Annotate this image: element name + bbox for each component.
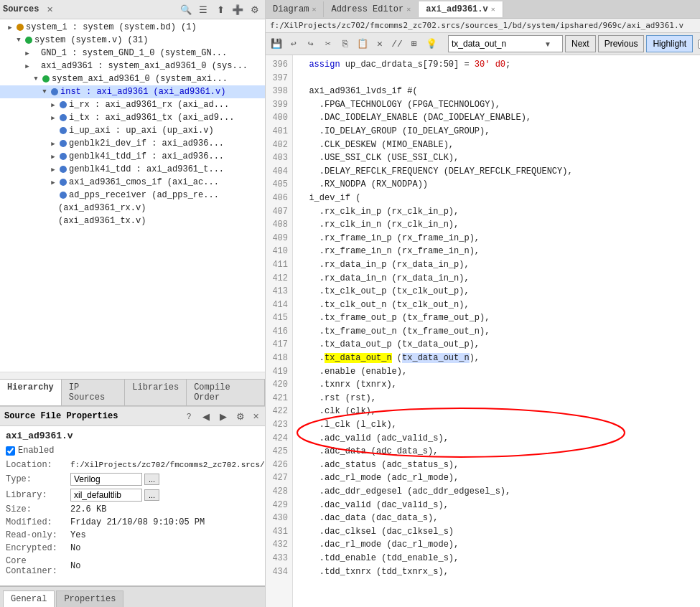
save-icon[interactable]: 💾 [269, 36, 284, 52]
tree-item-i-tx[interactable]: ▶ i_tx : axi_ad9361_tx (axi_ad9... [0, 111, 265, 124]
tree-item-label: system_axi_ad9361_0 (system_axi... [52, 74, 228, 84]
sfp-library-label: Library: [6, 490, 70, 500]
tab-axi-file-label: axi_ad9361.v [426, 4, 487, 14]
triangle-icon: ▼ [40, 88, 49, 96]
tree-item-axi-ad9361-top[interactable]: ▶ axi_ad9361 : system_axi_ad9361_0 (sys.… [0, 60, 265, 72]
sfp-library-input[interactable] [70, 489, 142, 502]
triangle-icon: ▶ [49, 178, 57, 187]
tree-item-label: i_up_axi : up_axi (up_axi.v) [69, 126, 214, 136]
code-content[interactable]: assign up_dac_drdata_s[79:50] = 30' d0; … [293, 55, 700, 607]
sfp-close-btn[interactable]: ✕ [251, 411, 261, 421]
sfp-next-btn[interactable]: ▶ [216, 409, 230, 423]
sfp-type-input[interactable] [70, 473, 142, 486]
file-tabs: Diagram ✕ Address Editor ✕ axi_ad9361.v … [266, 0, 700, 19]
sfp-settings-btn[interactable]: ⚙ [233, 409, 248, 423]
sfp-modified-value: Friday 21/10/08 9:10:05 PM [70, 517, 205, 527]
sfp-help-btn[interactable]: ? [182, 409, 196, 423]
tree-item-label: genblk2i_dev_if : axi_ad936... [69, 138, 224, 149]
tab-address-editor[interactable]: Address Editor ✕ [324, 1, 419, 17]
sfp-corecontainer-label: Core Container: [6, 556, 70, 576]
search-dropdown-btn[interactable]: ▼ [542, 40, 554, 48]
sfp-prev-btn[interactable]: ◀ [199, 409, 213, 423]
sfp-readonly-label: Read-only: [6, 530, 70, 540]
tree-item-cmos-if[interactable]: ▶ axi_ad9361_cmos_if (axi_ac... [0, 176, 265, 189]
tab-ip-sources[interactable]: IP Sources [62, 380, 126, 405]
tree-item-label: GND_1 : system_GND_1_0 (system_GN... [41, 48, 227, 58]
sfp-library-row: Library: ... [6, 489, 259, 502]
triangle-icon: ▼ [32, 75, 40, 83]
dot-icon [60, 140, 67, 147]
tab-address-editor-label: Address Editor [331, 4, 403, 14]
sfp-enabled-checkbox[interactable] [6, 446, 15, 456]
tree-item-genblk2[interactable]: ▶ genblk2i_dev_if : axi_ad936... [0, 137, 265, 150]
tree-item-label: i_tx : axi_ad9361_tx (axi_ad9... [69, 113, 234, 123]
triangle-icon: ▶ [49, 126, 57, 135]
tree-item-label: i_rx : axi_ad9361_rx (axi_ad... [69, 100, 229, 110]
tree-item-system-axi[interactable]: ▼ system_axi_ad9361_0 (system_axi... [0, 72, 265, 85]
undo-icon[interactable]: ↩ [286, 36, 302, 52]
redo-icon[interactable]: ↪ [303, 36, 319, 52]
next-button[interactable]: Next [565, 35, 596, 52]
comment-icon[interactable]: // [389, 36, 405, 52]
paste-icon[interactable]: 📋 [355, 36, 370, 52]
tree-item-genblk4-tdd-if[interactable]: ▶ genblk4i_tdd_if : axi_ad936... [0, 150, 265, 163]
sfp-size-value: 22.6 KB [70, 504, 106, 514]
tab-axi-file-close[interactable]: ✕ [491, 5, 495, 14]
previous-button[interactable]: Previous [598, 35, 645, 52]
sources-panel: Sources ✕ 🔍 ☰ ⬆ ➕ ⚙ ▶ system_i : system … [0, 0, 265, 406]
tab-diagram[interactable]: Diagram ✕ [266, 1, 324, 17]
sfp-library-btn[interactable]: ... [144, 489, 159, 501]
tree-item-system[interactable]: ▼ system (system.v) (31) [0, 34, 265, 47]
tab-compile-order[interactable]: Compile Order [187, 380, 265, 405]
dot-icon [60, 114, 67, 121]
tab-diagram-close[interactable]: ✕ [312, 5, 316, 14]
sfp-type-label: Type: [6, 474, 70, 484]
tree-item-tx-v[interactable]: ▶ (axi_ad9361_tx.v) [0, 215, 265, 227]
tree-item-i-up-axi[interactable]: ▶ i_up_axi : up_axi (up_axi.v) [0, 124, 265, 137]
sfp-modified-label: Modified: [6, 517, 70, 527]
code-area: 396 397 398 399 400 401 402 403 404 405 … [266, 55, 700, 607]
tree-item-system-i[interactable]: ▶ system_i : system (system.bd) (1) [0, 21, 265, 34]
h-scrollbar[interactable] [0, 372, 265, 379]
search-input[interactable] [449, 37, 542, 50]
sfp-modified-row: Modified: Friday 21/10/08 9:10:05 PM [6, 517, 259, 527]
grid-icon[interactable]: ⊞ [406, 36, 422, 52]
dot-icon [60, 192, 67, 199]
sfp-enabled-row[interactable]: Enabled [6, 446, 259, 456]
search-icon-btn[interactable]: 🔍 [179, 2, 193, 17]
triangle-icon: ▼ [14, 36, 23, 44]
triangle-icon: ▶ [40, 204, 49, 212]
tree-item-i-rx[interactable]: ▶ i_rx : axi_ad9361_rx (axi_ad... [0, 98, 265, 111]
search-input-wrap[interactable]: ▼ [448, 35, 563, 52]
sources-close-btn[interactable]: ✕ [45, 4, 55, 14]
hierarchy-tabs: Hierarchy IP Sources Libraries Compile O… [0, 379, 265, 406]
settings-icon-btn[interactable]: ⚙ [248, 2, 262, 17]
delete-icon[interactable]: ✕ [372, 36, 388, 52]
tree-item-genblk4-tdd[interactable]: ▶ genblk4i_tdd : axi_ad9361_t... [0, 163, 265, 176]
tab-libraries[interactable]: Libraries [125, 380, 187, 405]
up-icon-btn[interactable]: ⬆ [213, 2, 228, 17]
tab-diagram-label: Diagram [273, 4, 309, 14]
btab-general[interactable]: General [3, 590, 55, 607]
tree-item-gnd[interactable]: ▶ GND_1 : system_GND_1_0 (system_GN... [0, 47, 265, 60]
sfp-type-btn[interactable]: ... [144, 474, 159, 485]
sfp-toolbar: Source File Properties ? ◀ ▶ ⚙ ✕ [0, 407, 265, 426]
cut-icon[interactable]: ✂ [320, 36, 336, 52]
tree-item-inst-axi[interactable]: ▼ inst : axi_ad9361 (axi_ad9361.v) [0, 85, 265, 98]
copy-icon[interactable]: ⎘ [337, 36, 353, 52]
sfp-title: Source File Properties [4, 411, 179, 421]
tree-item-label: ad_pps_receiver (ad_pps_re... [69, 190, 219, 200]
highlight-button[interactable]: Highlight [646, 35, 693, 52]
list-icon-btn[interactable]: ☰ [196, 2, 210, 17]
tree-item-label: inst : axi_ad9361 (axi_ad9361.v) [60, 87, 225, 97]
add-icon-btn[interactable]: ➕ [230, 2, 245, 17]
tree-item-label: (axi_ad9361_tx.v) [58, 216, 146, 226]
btab-properties[interactable]: Properties [56, 590, 123, 607]
tab-hierarchy[interactable]: Hierarchy [0, 380, 62, 405]
tree-item-pps-receiver[interactable]: ▶ ad_pps_receiver (ad_pps_re... [0, 189, 265, 202]
info-icon[interactable]: 💡 [424, 36, 439, 52]
tree-item-rx-v[interactable]: ▶ (axi_ad9361_rx.v) [0, 202, 265, 215]
tab-address-editor-close[interactable]: ✕ [406, 5, 411, 14]
tab-axi-file[interactable]: axi_ad9361.v ✕ [419, 1, 503, 17]
tree-item-label: genblk4i_tdd : axi_ad9361_t... [69, 164, 224, 174]
